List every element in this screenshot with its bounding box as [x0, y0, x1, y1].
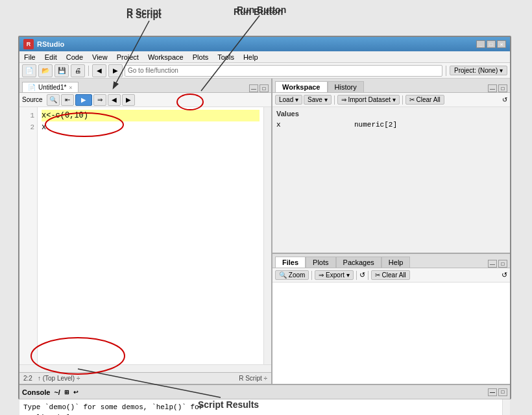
variable-type-x: numeric[2] — [354, 121, 397, 129]
console-minimize-btn[interactable]: — — [488, 388, 497, 396]
menu-workspace[interactable]: Workspace — [146, 53, 186, 61]
import-dataset-button[interactable]: ⇒ Import Dataset ▾ — [337, 95, 400, 105]
workspace-tab-bar: Workspace History — □ — [272, 79, 510, 93]
files-maximize-btn[interactable]: □ — [498, 260, 507, 268]
tab-icon: 📄 — [28, 84, 36, 91]
console-maximize-btn[interactable]: □ — [498, 388, 507, 396]
files-sep-2 — [356, 271, 357, 280]
menu-project[interactable]: Project — [115, 53, 141, 61]
rstudio-window: R RStudio _ □ × File Edit Code View Proj… — [18, 36, 511, 399]
tab-label: Untitled1* — [38, 84, 66, 91]
console-wrap-icon[interactable]: ↩ — [73, 389, 79, 396]
new-file-button[interactable]: 📄 — [22, 64, 36, 77]
workspace-minimize-btn[interactable]: — — [488, 84, 497, 92]
window-title: RStudio — [37, 40, 64, 48]
console-title: Console — [22, 388, 50, 396]
values-section: Values x numeric[2] — [272, 107, 510, 253]
forward-button[interactable]: ▶ — [108, 64, 123, 77]
address-bar[interactable]: Go to file/function — [125, 65, 442, 77]
file-type: R Script ÷ — [239, 375, 267, 382]
files-sep — [311, 271, 312, 280]
editor-panel: 📄 Untitled1* × — □ Source 🔍 ⇤ ▶ ⇒ ◀ ▶ — [19, 79, 272, 384]
menu-bar: File Edit Code View Project Workspace Pl… — [19, 51, 510, 63]
project-button[interactable]: Project: (None) ▾ — [450, 66, 507, 75]
save-ws-button[interactable]: Save ▾ — [304, 95, 332, 105]
export-button[interactable]: ⇒ Export ▾ — [315, 270, 353, 280]
tab-workspace[interactable]: Workspace — [275, 81, 328, 92]
open-file-button[interactable]: 📂 — [38, 64, 53, 77]
code-line-2: x — [42, 121, 260, 133]
console-expand-icon[interactable]: ⊞ — [64, 389, 69, 396]
refresh-icon[interactable]: ↺ — [502, 96, 507, 103]
variable-row-x: x numeric[2] — [276, 120, 506, 129]
files-clear-all-button[interactable]: ✂ Clear All — [371, 270, 410, 280]
save-button[interactable]: 💾 — [54, 64, 69, 77]
files-refresh-icon[interactable]: ↺ — [359, 271, 365, 279]
console-content[interactable]: Type `demo()` for some demos, `help()` f… — [19, 399, 502, 415]
tab-plots[interactable]: Plots — [306, 257, 335, 268]
tab-files[interactable]: Files — [275, 257, 306, 268]
editor-h-scrollbar[interactable] — [19, 364, 271, 372]
files-refresh-right[interactable]: ↺ — [502, 271, 507, 279]
search-button[interactable]: 🔍 — [47, 94, 60, 106]
workspace-panel-controls: — □ — [488, 84, 507, 92]
files-minimize-btn[interactable]: — — [488, 260, 497, 268]
main-content: 📄 Untitled1* × — □ Source 🔍 ⇤ ▶ ⇒ ◀ ▶ — [19, 79, 510, 384]
console-line-1: Type `demo()` for some demos, `help()` f… — [23, 402, 498, 412]
nav-prev-btn[interactable]: ◀ — [108, 94, 121, 106]
editor-scrollbar[interactable] — [263, 107, 271, 364]
minimize-button[interactable]: _ — [476, 40, 485, 48]
r-script-annotation: R Script — [127, 6, 162, 17]
zoom-button[interactable]: 🔍 Zoom — [275, 270, 309, 280]
tab-packages[interactable]: Packages — [336, 257, 381, 268]
title-bar: R RStudio _ □ × — [19, 37, 510, 51]
menu-code[interactable]: Code — [64, 53, 85, 61]
cursor-position: 2:2 — [23, 375, 32, 382]
code-editor[interactable]: 1 2 x<-c(0,10) x — [19, 107, 271, 364]
menu-help[interactable]: Help — [241, 53, 260, 61]
code-content[interactable]: x<-c(0,10) x — [38, 107, 263, 364]
files-content — [272, 283, 510, 384]
toolbar-separator-2 — [446, 66, 446, 76]
print-button[interactable]: 🖨 — [71, 64, 85, 77]
menu-tools[interactable]: Tools — [215, 53, 236, 61]
files-toolbar: 🔍 Zoom ⇒ Export ▾ ↺ ✂ Clear All ↺ — [272, 268, 510, 283]
editor-status-bar: 2:2 ↑ (Top Level) ÷ R Script ÷ — [19, 372, 271, 384]
back-button[interactable]: ◀ — [92, 64, 106, 77]
menu-plots[interactable]: Plots — [191, 53, 210, 61]
load-button[interactable]: Load ▾ — [275, 95, 302, 105]
source-btn[interactable]: ⇒ — [93, 94, 106, 106]
workspace-maximize-btn[interactable]: □ — [498, 84, 507, 92]
editor-tab-untitled1[interactable]: 📄 Untitled1* × — [22, 82, 79, 92]
toolbar-separator-1 — [88, 66, 89, 76]
app-icon: R — [23, 39, 34, 49]
console-line-2: on-line help, or — [23, 412, 498, 415]
console-panel-controls: — □ — [488, 388, 507, 396]
tab-close-button[interactable]: × — [69, 84, 72, 91]
line-num-1: 1 — [22, 110, 34, 121]
line-num-2: 2 — [22, 121, 34, 133]
nav-next-btn[interactable]: ▶ — [122, 94, 135, 106]
files-panel-controls: — □ — [488, 260, 507, 268]
editor-maximize-btn[interactable]: □ — [260, 84, 269, 92]
main-toolbar: 📄 📂 💾 🖨 ◀ ▶ Go to file/function Project:… — [19, 63, 510, 79]
clear-all-button[interactable]: ✂ Clear All — [405, 95, 444, 105]
console-header: Console ~/ ⊞ ↩ — □ — [19, 385, 510, 399]
tab-help[interactable]: Help — [381, 257, 411, 268]
run-button-annotation: Run Button — [234, 6, 283, 17]
run-button[interactable]: ▶ — [75, 94, 92, 106]
maximize-button[interactable]: □ — [487, 40, 496, 48]
address-text: Go to file/function — [128, 67, 178, 74]
tab-history[interactable]: History — [328, 81, 364, 92]
menu-edit[interactable]: Edit — [43, 53, 59, 61]
console-scrollbar[interactable] — [502, 399, 510, 415]
menu-file[interactable]: File — [22, 53, 38, 61]
indent-button[interactable]: ⇤ — [61, 94, 74, 106]
workspace-toolbar: Load ▾ Save ▾ ⇒ Import Dataset ▾ ✂ Clear… — [272, 93, 510, 107]
line-numbers: 1 2 — [19, 107, 38, 364]
close-button[interactable]: × — [497, 40, 506, 48]
right-panel: Workspace History — □ Load ▾ Save ▾ ⇒ Im… — [272, 79, 510, 384]
code-line-1: x<-c(0,10) — [42, 110, 260, 121]
menu-view[interactable]: View — [90, 53, 110, 61]
editor-minimize-btn[interactable]: — — [249, 84, 258, 92]
